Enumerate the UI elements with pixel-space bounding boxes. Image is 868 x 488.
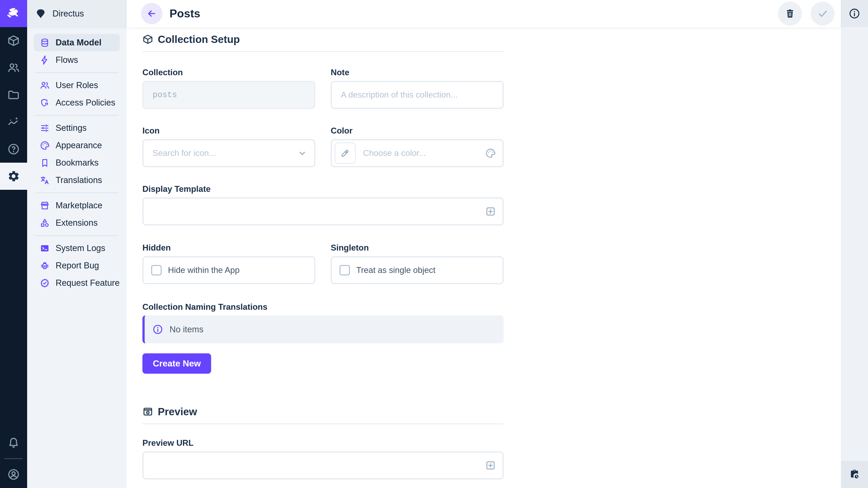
module-users[interactable] [0, 54, 27, 81]
project-header[interactable]: Directus [27, 0, 127, 27]
module-insights[interactable] [0, 108, 27, 135]
hidden-checkbox-field: Hide within the App [143, 256, 315, 284]
sidebar-item-label: Flows [56, 55, 78, 65]
checkbox-label: Treat as single object [356, 265, 435, 275]
sidebar-item-label: Marketplace [56, 201, 102, 210]
field-label: Hidden [143, 243, 315, 252]
box-icon [143, 34, 153, 45]
preview-url-input[interactable] [143, 451, 504, 480]
sidebar-item-extensions[interactable]: Extensions [34, 214, 120, 232]
palette-icon[interactable] [485, 148, 496, 159]
module-bar-spacer [0, 190, 27, 429]
bookmark-icon [40, 158, 50, 168]
eyedropper-icon [340, 149, 350, 158]
insights-icon [7, 116, 20, 128]
sidebar-item-system-logs[interactable]: System Logs [34, 239, 120, 257]
module-docs[interactable] [0, 135, 27, 163]
divider [35, 235, 119, 236]
bolt-icon [40, 55, 50, 65]
field-label: Color [331, 127, 504, 135]
naming-translations-field: Collection Naming Translations No items … [143, 303, 504, 374]
module-bar [0, 0, 27, 488]
sidebar-item-appearance[interactable]: Appearance [34, 137, 120, 154]
sidebar-nav: Data Model Flows User Roles Access Polic… [27, 27, 127, 292]
info-sidebar-button[interactable] [841, 0, 868, 27]
storefront-icon [40, 201, 50, 210]
field-label: Collection [143, 68, 315, 76]
divider [35, 115, 119, 116]
module-settings[interactable] [0, 163, 27, 190]
tune-icon [40, 123, 50, 133]
sidebar-item-translations[interactable]: Translations [34, 171, 120, 189]
sidebar-item-bookmarks[interactable]: Bookmarks [34, 154, 120, 171]
page-title: Posts [169, 7, 200, 20]
icon-field: Icon [143, 127, 315, 167]
check-icon [817, 8, 828, 19]
right-sidebar [841, 0, 868, 488]
icon-search-input[interactable] [143, 139, 315, 167]
sidebar-item-request-feature[interactable]: Request Feature [34, 274, 120, 292]
chevron-down-icon[interactable] [297, 148, 308, 159]
singleton-checkbox[interactable] [340, 265, 350, 275]
info-icon [152, 324, 163, 335]
sidebar-item-label: System Logs [56, 243, 105, 253]
preview-heading: Preview [143, 405, 504, 418]
color-input[interactable] [331, 139, 504, 167]
divider [143, 51, 504, 52]
module-content[interactable] [0, 27, 27, 54]
sidebar-item-settings[interactable]: Settings [34, 119, 120, 137]
save-button[interactable] [811, 2, 835, 26]
sidebar-item-marketplace[interactable]: Marketplace [34, 197, 120, 214]
revisions-sidebar-button[interactable] [841, 461, 868, 488]
notifications-button[interactable] [0, 429, 27, 456]
hidden-checkbox[interactable] [151, 265, 162, 275]
divider [35, 193, 119, 193]
directus-logo[interactable] [0, 0, 27, 27]
page-content: Collection Setup Collection Note Icon [127, 27, 841, 488]
note-input[interactable] [331, 81, 504, 109]
color-field: Color [331, 127, 504, 167]
preview-url-field: Preview URL [143, 439, 504, 480]
delete-collection-button[interactable] [778, 2, 802, 26]
sidebar-item-access-policies[interactable]: Access Policies [34, 94, 120, 111]
sidebar-item-label: User Roles [56, 80, 98, 90]
main-area: Posts Collection Setup Collection Note [127, 0, 841, 488]
sidebar-item-label: Extensions [56, 218, 98, 228]
display-template-input[interactable] [143, 197, 504, 225]
sidebar-item-label: Translations [56, 175, 102, 185]
field-label: Display Template [143, 185, 504, 193]
database-icon [40, 38, 50, 48]
user-group-icon [40, 80, 50, 90]
sidebar-item-data-model[interactable]: Data Model [34, 34, 120, 51]
create-new-button[interactable]: Create New [143, 353, 211, 374]
sidebar-item-flows[interactable]: Flows [34, 51, 120, 69]
collection-setup-heading: Collection Setup [143, 33, 504, 46]
page-header: Posts [127, 0, 841, 27]
section-title: Collection Setup [158, 33, 240, 45]
note-field: Note [331, 68, 504, 109]
checkbox-label: Hide within the App [168, 265, 240, 275]
back-button[interactable] [141, 3, 162, 24]
empty-list-notice: No items [143, 315, 504, 344]
add-field-icon[interactable] [485, 460, 496, 471]
translate-icon [40, 175, 50, 185]
trash-icon [784, 8, 796, 19]
field-label: Note [331, 68, 504, 76]
preview-icon [143, 406, 153, 417]
box-icon [7, 34, 20, 47]
hidden-field: Hidden Hide within the App [143, 243, 315, 284]
empty-text: No items [169, 325, 204, 334]
project-name: Directus [53, 9, 84, 19]
field-label: Collection Naming Translations [143, 303, 504, 311]
sidebar-item-report-bug[interactable]: Report Bug [34, 257, 120, 274]
field-label: Preview URL [143, 439, 504, 447]
rabbit-icon [5, 5, 22, 22]
color-swatch-button[interactable] [335, 142, 356, 164]
sidebar-item-user-roles[interactable]: User Roles [34, 76, 120, 94]
divider [143, 423, 504, 424]
collection-field: Collection [143, 68, 315, 109]
add-field-icon[interactable] [485, 206, 496, 217]
module-files[interactable] [0, 81, 27, 108]
user-menu-button[interactable] [0, 461, 27, 488]
account-circle-icon [7, 468, 20, 481]
